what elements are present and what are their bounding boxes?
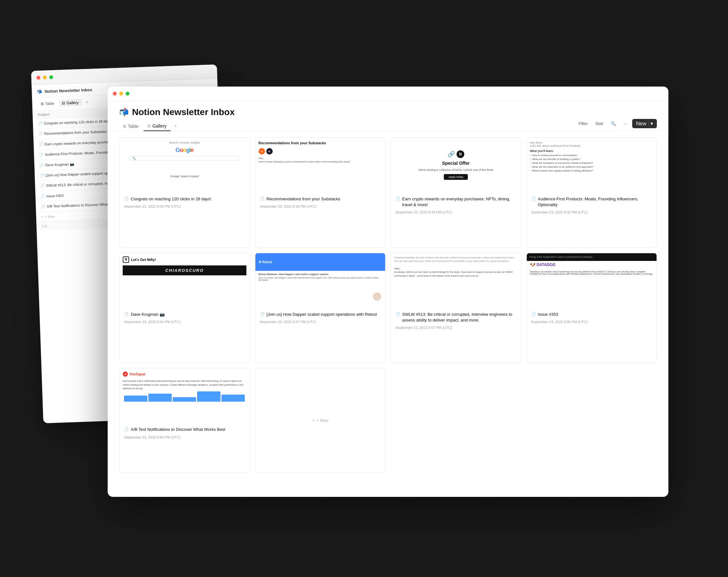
card-body-2: 📄 Recommendations from your Substacks Se… (255, 192, 386, 212)
new-card-button[interactable]: + + New (255, 368, 386, 473)
gallery-card-7[interactable]: A weekly newsletter by Gary Shattuck wit… (391, 253, 521, 363)
gallery-tab-icon: ⊟ (62, 101, 65, 105)
card-body-1: 📄 Congrats on reaching 120 clicks in 28 … (120, 192, 250, 212)
tab-table[interactable]: ⊞ Table (119, 122, 142, 131)
main-window: 📬 Notion Newsletter Inbox ⊞ Table ⊟ Gall… (108, 86, 668, 497)
new-dropdown-arrow[interactable]: ▾ (648, 121, 653, 127)
card-preview-7: A weekly newsletter by Gary Shattuck wit… (391, 253, 521, 308)
gallery-card-9[interactable]: O OneSignal Ever wonder if your notifica… (119, 368, 250, 473)
card-body-4: 📄 Audience-First Products: Moats, Foundi… (527, 192, 657, 218)
doc-icon: 📄 (395, 312, 400, 317)
gallery-card-2[interactable]: Recommendations from your Substacks S N … (255, 137, 386, 248)
doc-icon: 📄 (38, 132, 42, 135)
sort-button[interactable]: Sort (593, 120, 606, 127)
gallery-card-1[interactable]: Search Console Insights Google 🔍 Google … (119, 137, 250, 248)
gallery-card-5[interactable]: N Let's Get Nifty! CHIAROSCURO 📄 Dave Kr… (119, 253, 250, 363)
main-minimize-button[interactable] (119, 92, 123, 96)
main-header-icon: 📬 (119, 108, 129, 117)
gallery-grid: Search Console Insights Google 🔍 Google … (108, 131, 668, 479)
plus-icon: + (41, 215, 44, 219)
doc-icon: 📄 (395, 197, 400, 201)
gallery-card-3[interactable]: 🔗 N Special Offer We're minting a collec… (391, 137, 521, 248)
card-preview-3: 🔗 N Special Offer We're minting a collec… (391, 138, 521, 192)
card-preview-8: Friday 23rd September's issue is present… (527, 253, 657, 308)
card-preview-2: Recommendations from your Substacks S N … (255, 138, 386, 192)
search-icon: 🔍 (611, 121, 616, 126)
main-maximize-button[interactable] (126, 92, 129, 96)
gallery-icon: ⊟ (148, 124, 151, 128)
card-body-8: 📄 Issue #353 September 23, 2022 6:56 PM … (527, 308, 657, 328)
doc-icon: 📄 (124, 312, 129, 317)
doc-icon: 📄 (41, 194, 44, 198)
card-preview-1: Search Console Insights Google 🔍 Google … (120, 138, 250, 192)
search-button[interactable]: 🔍 (608, 120, 618, 127)
doc-icon: 📄 (41, 204, 45, 208)
card-body-5: 📄 Dave Krugman 📷 September 23, 2022 8:42… (120, 308, 250, 328)
card-preview-6: ⚙ Retool Retool Webinar: How Dapper Labs… (255, 253, 386, 308)
card-body-7: 📄 SWLW #513: Be critical or corrupted, I… (391, 308, 521, 333)
minimize-button[interactable] (43, 75, 47, 79)
doc-icon: 📄 (39, 142, 43, 146)
doc-icon: 📄 (531, 312, 536, 317)
doc-icon: 📄 (124, 427, 129, 431)
maximize-button[interactable] (49, 75, 53, 79)
card-body-3: 📄 Earn crypto rewards on everyday purcha… (391, 192, 521, 218)
main-close-button[interactable] (113, 92, 116, 96)
main-tabs-bar: ⊞ Table ⊟ Gallery + Filter Sort 🔍 (108, 117, 668, 131)
doc-icon: 📄 (260, 197, 265, 201)
doc-icon: 📄 (40, 184, 44, 187)
close-button[interactable] (36, 76, 41, 79)
doc-icon: 📄 (40, 173, 44, 177)
card-preview-4: Hey there,Let's talk about Audience-Firs… (527, 138, 657, 192)
back-tab-gallery[interactable]: ⊟ Gallery (59, 99, 82, 107)
new-button[interactable]: New ▾ (632, 119, 657, 128)
back-add-tab[interactable]: + (83, 98, 91, 106)
plus-icon: + (312, 418, 315, 423)
doc-icon: 📄 (124, 197, 129, 201)
gallery-card-8[interactable]: Friday 23rd September's issue is present… (526, 253, 657, 363)
toolbar: Filter Sort 🔍 ··· New ▾ (576, 119, 657, 128)
filter-button[interactable]: Filter (576, 120, 590, 127)
add-view-button[interactable]: + (172, 122, 179, 130)
doc-icon: 📄 (260, 312, 265, 317)
back-tab-table[interactable]: ⊞ Table (37, 100, 57, 107)
table-tab-icon: ⊞ (41, 102, 44, 106)
back-header-icon: 📬 (37, 89, 42, 94)
doc-icon: 📄 (38, 122, 42, 125)
gallery-card-6[interactable]: ⚙ Retool Retool Webinar: How Dapper Labs… (255, 253, 386, 363)
card-body-9: 📄 A/B Test Notifications to Discover Wha… (120, 423, 250, 443)
gallery-card-4[interactable]: Hey there,Let's talk about Audience-Firs… (526, 137, 657, 248)
main-header: 📬 Notion Newsletter Inbox (108, 101, 668, 117)
card-body-6: 📄 [Join us] How Dapper scaled support op… (255, 308, 386, 328)
doc-icon: 📄 (531, 197, 536, 201)
page-title: Notion Newsletter Inbox (132, 107, 235, 117)
card-preview-5: N Let's Get Nifty! CHIAROSCURO (120, 253, 250, 308)
tab-gallery[interactable]: ⊟ Gallery (144, 122, 170, 131)
doc-icon: 📄 (39, 153, 43, 156)
more-options-button[interactable]: ··· (621, 120, 630, 127)
table-icon: ⊞ (123, 124, 126, 129)
card-preview-9: O OneSignal Ever wonder if your notifica… (120, 368, 250, 423)
more-icon: ··· (624, 121, 627, 126)
main-title-bar (108, 86, 668, 101)
avatar (372, 292, 382, 301)
doc-icon: 📄 (40, 163, 43, 167)
